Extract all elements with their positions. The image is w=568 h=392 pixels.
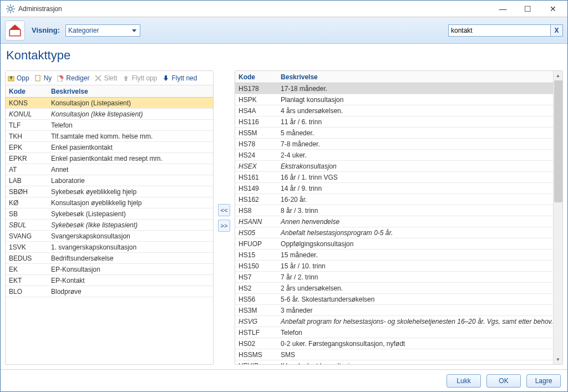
table-row[interactable]: HS77 år / 2. trinn xyxy=(235,272,553,283)
move-left-button[interactable]: << xyxy=(218,204,230,216)
table-row[interactable]: EKEP-Konsultasjon xyxy=(6,264,213,275)
toolbar-flytt-opp[interactable]: Flytt opp xyxy=(123,74,157,82)
table-row[interactable]: HS242-4 uker. xyxy=(235,150,553,161)
toolbar-opp[interactable]: Opp xyxy=(8,74,29,82)
close-button[interactable]: ✕ xyxy=(540,1,565,17)
col-beskrivelse-header[interactable]: Beskrivelse xyxy=(48,88,213,95)
toolbar-slett[interactable]: Slett xyxy=(95,74,117,82)
minimize-button[interactable]: — xyxy=(490,1,515,17)
table-row[interactable]: HFUIPIkke planlagt konsultasjon xyxy=(235,360,553,364)
maximize-button[interactable]: ☐ xyxy=(515,1,540,17)
table-row[interactable]: HS16216-20 år. xyxy=(235,194,553,205)
cell-kode: HSEX xyxy=(235,162,277,170)
table-row[interactable]: HS17817-18 måneder. xyxy=(235,83,553,94)
col-kode-header[interactable]: Kode xyxy=(235,73,277,81)
search-clear-button[interactable]: X xyxy=(551,24,563,37)
table-row[interactable]: SBØHSykebesøk øyeblikkelig hjelp xyxy=(6,186,213,197)
table-row[interactable]: KONSKonsultasjon (Listepasient) xyxy=(6,98,213,109)
table-row[interactable]: SBSykebesøk (Listepasient) xyxy=(6,208,213,220)
cell-kode: SVANG xyxy=(6,232,48,240)
table-row[interactable]: HS15015 år / 10. trinn xyxy=(235,261,553,272)
right-table-body: HS17817-18 måneder.HSPKPlanlagt konsulta… xyxy=(235,83,562,364)
table-row[interactable]: HS3M3 måneder xyxy=(235,305,553,316)
cell-kode: HS02 xyxy=(235,340,277,348)
table-row[interactable]: HSPKPlanlagt konsultasjon xyxy=(235,94,553,105)
table-row[interactable]: HSEXEkstrakonsultasjon xyxy=(235,161,553,172)
table-row[interactable]: EPKEnkel pasientkontakt xyxy=(6,142,213,153)
toolbar-flytt-ned[interactable]: Flytt ned xyxy=(163,74,197,82)
right-table-header: Kode Beskrivelse xyxy=(235,71,562,83)
edit-icon xyxy=(57,75,64,82)
lagre-button[interactable]: Lagre xyxy=(526,374,561,388)
cell-kode: HS56 xyxy=(235,296,277,303)
table-row[interactable]: SBULSykebesøk (Ikke listepasient) xyxy=(6,220,213,231)
toolbar-ny[interactable]: Ny xyxy=(35,74,52,82)
table-row[interactable]: HS565-6 år. Skolestartundersøkelsen xyxy=(235,294,553,305)
cell-beskrivelse: EP-Kontakt xyxy=(48,277,213,284)
table-row[interactable]: HS1515 måneder. xyxy=(235,250,553,261)
table-row[interactable]: TKHTlf.samtale med komm. helse mm. xyxy=(6,131,213,142)
visning-dropdown[interactable]: Kategorier xyxy=(65,24,140,37)
cell-beskrivelse: Ekstrakonsultasjon xyxy=(277,162,553,170)
cell-kode: HS78 xyxy=(235,140,277,148)
table-row[interactable]: HFUOPOppfølgingskonsultasjon xyxy=(235,238,553,250)
cell-kode: LAB xyxy=(6,177,48,185)
table-row[interactable]: EKTEP-Kontakt xyxy=(6,275,213,286)
cell-beskrivelse: Tlf.samtale med komm. helse mm. xyxy=(48,133,213,140)
ok-button[interactable]: OK xyxy=(486,374,521,388)
cell-beskrivelse: 11 år / 6. trinn xyxy=(277,118,553,126)
table-row[interactable]: BLOBlodprøve xyxy=(6,286,213,297)
table-row[interactable]: HS4A4 års undersøkelsen. xyxy=(235,105,553,116)
table-row[interactable]: HS787-8 måneder. xyxy=(235,139,553,150)
table-row[interactable]: HSVGAnbefalt program for helsestasjons- … xyxy=(235,316,553,327)
top-toolbar: Visning: Kategorier X xyxy=(1,17,567,44)
cell-beskrivelse: Sykebesøk (Ikke listepasient) xyxy=(48,221,213,229)
search-input[interactable] xyxy=(448,24,551,37)
table-row[interactable]: ATAnnet xyxy=(6,164,213,175)
table-row[interactable]: HSANNAnnen henvendelse xyxy=(235,216,553,227)
table-row[interactable]: KONULKonsultasjon (Ikke listepasient) xyxy=(6,109,213,120)
table-row[interactable]: HSSMSSMS xyxy=(235,349,553,360)
lukk-button[interactable]: Lukk xyxy=(447,374,481,388)
cell-beskrivelse: 5 måneder. xyxy=(277,129,553,137)
table-row[interactable]: HS05Anbefalt helsestasjonsprogram 0-5 år… xyxy=(235,227,553,238)
cell-kode: HS2 xyxy=(235,284,277,292)
table-row[interactable]: LABLaboratorie xyxy=(6,175,213,186)
cell-beskrivelse: Oppfølgingskonsultasjon xyxy=(277,240,553,248)
scroll-down-icon[interactable]: ▼ xyxy=(554,355,563,364)
scroll-up-icon[interactable]: ▲ xyxy=(554,71,563,80)
table-row[interactable]: HS88 år / 3. trinn xyxy=(235,205,553,216)
cell-kode: HSTLF xyxy=(235,329,277,337)
cell-beskrivelse: 16-20 år. xyxy=(277,196,553,203)
col-kode-header[interactable]: Kode xyxy=(6,88,48,95)
cell-beskrivelse: 14 år / 9. trinn xyxy=(277,185,553,192)
table-row[interactable]: HS16116 år / 1. trinn VGS xyxy=(235,172,553,183)
table-row[interactable]: 1SVK1. svangerskapskonsultasjon xyxy=(6,242,213,253)
table-row[interactable]: EPKREnkel pasientkontakt med resept mm. xyxy=(6,153,213,164)
table-row[interactable]: HS11611 år / 6. trinn xyxy=(235,116,553,128)
cell-kode: BLO xyxy=(6,288,48,296)
table-row[interactable]: HSTLFTelefon xyxy=(235,327,553,338)
table-row[interactable]: HS020-2 uker. Førstegangskonsultasjon, n… xyxy=(235,338,553,349)
svg-rect-10 xyxy=(36,75,40,81)
col-beskrivelse-header[interactable]: Beskrivelse xyxy=(277,73,553,81)
scrollbar[interactable]: ▲ ▼ xyxy=(553,71,562,364)
cell-beskrivelse: Enkel pasientkontakt xyxy=(48,144,213,151)
table-row[interactable]: SVANGSvangerskapskonsultasjon xyxy=(6,231,213,242)
cell-kode: HFUOP xyxy=(235,240,277,248)
left-table-body: KONSKonsultasjon (Listepasient)KONULKons… xyxy=(6,98,213,364)
table-row[interactable]: HS14914 år / 9. trinn xyxy=(235,183,553,194)
table-row[interactable]: TLFTelefon xyxy=(6,120,213,131)
cell-beskrivelse: EP-Konsultasjon xyxy=(48,266,213,273)
table-row[interactable]: HS5M5 måneder. xyxy=(235,128,553,139)
table-row[interactable]: BEDUSBedriftsundersøkelse xyxy=(6,253,213,264)
move-right-button[interactable]: >> xyxy=(218,220,230,232)
scroll-thumb[interactable] xyxy=(554,80,562,202)
cell-kode: TLF xyxy=(6,121,48,129)
app-window: Administrasjon — ☐ ✕ Visning: Kategorier… xyxy=(0,0,568,392)
home-button[interactable] xyxy=(5,21,25,40)
cell-kode: HSSMS xyxy=(235,351,277,359)
table-row[interactable]: HS22 års undersøkelsen. xyxy=(235,283,553,294)
table-row[interactable]: KØKonsultasjon øyeblikkelig hjelp xyxy=(6,197,213,208)
toolbar-rediger[interactable]: Rediger xyxy=(57,74,89,82)
